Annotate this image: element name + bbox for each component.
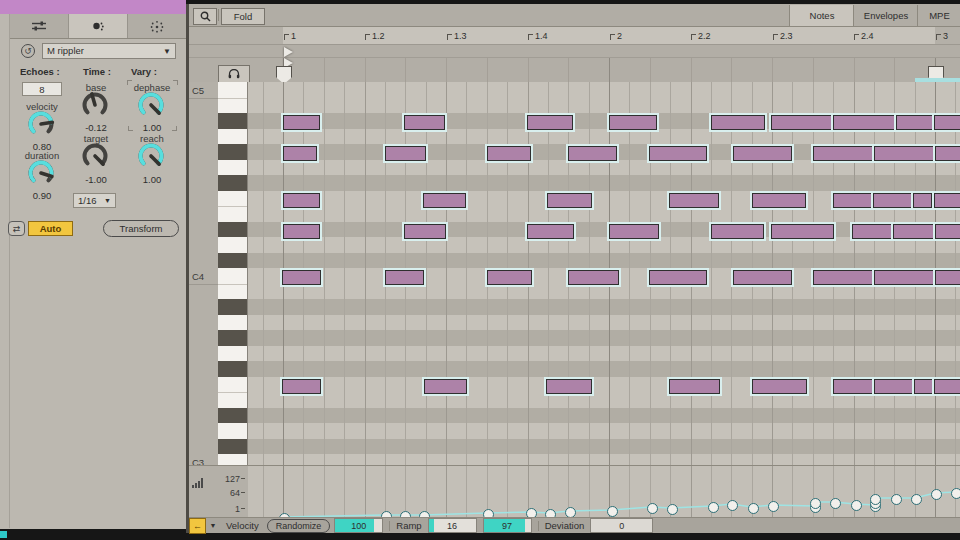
midi-note[interactable] bbox=[607, 113, 659, 132]
deviation-field[interactable]: 0 bbox=[590, 518, 653, 533]
midi-note[interactable] bbox=[731, 268, 794, 287]
midi-note[interactable] bbox=[485, 144, 533, 163]
piano-key-black[interactable] bbox=[218, 299, 248, 315]
piano-key-black[interactable] bbox=[218, 408, 248, 424]
echoes-count-field[interactable]: 8 bbox=[22, 82, 62, 96]
lane-fold-button[interactable]: ← bbox=[189, 518, 206, 534]
velocity-marker[interactable] bbox=[748, 503, 759, 514]
piano-key-black[interactable] bbox=[218, 113, 248, 129]
midi-note[interactable] bbox=[402, 222, 448, 241]
velocity-marker[interactable] bbox=[708, 502, 719, 513]
transform-button[interactable]: Transform bbox=[103, 220, 179, 237]
velocity-marker[interactable] bbox=[647, 503, 658, 514]
midi-note[interactable] bbox=[769, 222, 836, 241]
piano-key-black[interactable] bbox=[218, 253, 248, 269]
midi-note[interactable] bbox=[421, 191, 468, 210]
midi-note[interactable] bbox=[607, 222, 661, 241]
midi-note[interactable] bbox=[872, 144, 938, 163]
midi-note[interactable] bbox=[811, 144, 877, 163]
velocity-knob[interactable] bbox=[27, 110, 55, 138]
clip-color-bar[interactable] bbox=[0, 0, 186, 14]
tab-mpe[interactable]: MPE bbox=[917, 5, 960, 26]
velocity-lane[interactable] bbox=[248, 465, 960, 517]
velocity-marker[interactable] bbox=[851, 500, 862, 511]
midi-note[interactable] bbox=[709, 113, 767, 132]
midi-note[interactable] bbox=[891, 222, 939, 241]
midi-note[interactable] bbox=[894, 113, 936, 132]
preview-button[interactable] bbox=[218, 65, 250, 82]
reach-knob[interactable] bbox=[137, 142, 165, 170]
piano-key-black[interactable] bbox=[218, 175, 248, 191]
midi-note[interactable] bbox=[831, 377, 877, 396]
midi-note[interactable] bbox=[566, 268, 621, 287]
velocity-marker[interactable] bbox=[911, 494, 922, 505]
velocity-marker[interactable] bbox=[545, 509, 556, 518]
midi-note[interactable] bbox=[850, 222, 897, 241]
midi-note[interactable] bbox=[525, 222, 576, 241]
target-knob[interactable] bbox=[81, 142, 109, 170]
note-grid[interactable] bbox=[248, 82, 960, 465]
tab-envelopes[interactable]: Envelopes bbox=[853, 5, 918, 26]
randomize-amount-field[interactable]: 100 bbox=[334, 518, 383, 533]
loop-start-marker[interactable] bbox=[276, 66, 292, 82]
start-marker-icon[interactable] bbox=[284, 47, 293, 57]
base-knob[interactable] bbox=[81, 91, 109, 119]
midi-note[interactable] bbox=[667, 191, 721, 210]
midi-note[interactable] bbox=[831, 113, 897, 132]
velocity-marker[interactable] bbox=[951, 488, 960, 499]
midi-note[interactable] bbox=[933, 144, 960, 163]
rate-dropdown[interactable]: 1/16 ▼ bbox=[73, 193, 116, 208]
velocity-marker[interactable] bbox=[607, 506, 618, 517]
piano-key-black[interactable] bbox=[218, 361, 248, 377]
midi-note[interactable] bbox=[647, 268, 709, 287]
midi-note[interactable] bbox=[422, 377, 469, 396]
tab-notes[interactable]: Notes bbox=[789, 5, 854, 26]
midi-note[interactable] bbox=[872, 268, 938, 287]
midi-note[interactable] bbox=[750, 191, 808, 210]
midi-note[interactable] bbox=[933, 222, 960, 241]
velocity-marker[interactable] bbox=[870, 494, 881, 505]
beat-time-ruler[interactable]: 11.21.31.422.22.32.43 bbox=[189, 27, 960, 45]
piano-key-black[interactable] bbox=[218, 439, 248, 455]
velocity-marker[interactable] bbox=[526, 508, 537, 518]
midi-note[interactable] bbox=[383, 144, 428, 163]
midi-note[interactable] bbox=[544, 377, 594, 396]
tab-focus[interactable] bbox=[128, 14, 186, 38]
tab-note-expression[interactable] bbox=[69, 14, 128, 38]
midi-note[interactable] bbox=[911, 191, 934, 210]
midi-note[interactable] bbox=[281, 144, 319, 163]
velocity-marker[interactable] bbox=[565, 507, 576, 518]
midi-note[interactable] bbox=[709, 222, 766, 241]
velocity-marker[interactable] bbox=[727, 500, 738, 511]
midi-note[interactable] bbox=[932, 377, 960, 396]
midi-note[interactable] bbox=[647, 144, 709, 163]
midi-note[interactable] bbox=[566, 144, 619, 163]
midi-note[interactable] bbox=[402, 113, 447, 132]
loop-mode-button[interactable]: ⇄ bbox=[8, 221, 25, 236]
velocity-marker[interactable] bbox=[483, 509, 494, 518]
piano-key-black[interactable] bbox=[218, 144, 248, 160]
midi-note[interactable] bbox=[932, 113, 960, 132]
duration-knob[interactable] bbox=[27, 159, 55, 187]
search-button[interactable] bbox=[193, 8, 217, 25]
midi-note[interactable] bbox=[281, 191, 322, 210]
midi-note[interactable] bbox=[731, 144, 794, 163]
velocity-marker[interactable] bbox=[810, 498, 821, 509]
piano-key-black[interactable] bbox=[218, 330, 248, 346]
velocity-marker[interactable] bbox=[931, 489, 942, 500]
piano-keyboard[interactable] bbox=[218, 82, 248, 465]
midi-note[interactable] bbox=[383, 268, 426, 287]
tab-clip-sliders[interactable] bbox=[10, 14, 69, 38]
midi-note[interactable] bbox=[525, 113, 575, 132]
midi-note[interactable] bbox=[485, 268, 534, 287]
device-selector-dropdown[interactable]: M rippler ▼ bbox=[42, 43, 176, 59]
midi-note[interactable] bbox=[932, 191, 960, 210]
velocity-marker[interactable] bbox=[768, 501, 779, 512]
piano-key-black[interactable] bbox=[218, 222, 248, 238]
velocity-marker[interactable] bbox=[830, 498, 841, 509]
randomize-button[interactable]: Randomize bbox=[267, 519, 331, 533]
marker-lane[interactable] bbox=[189, 45, 960, 82]
ramp-to-field[interactable]: 97 bbox=[483, 518, 532, 533]
midi-note[interactable] bbox=[280, 377, 323, 396]
midi-note[interactable] bbox=[281, 113, 322, 132]
